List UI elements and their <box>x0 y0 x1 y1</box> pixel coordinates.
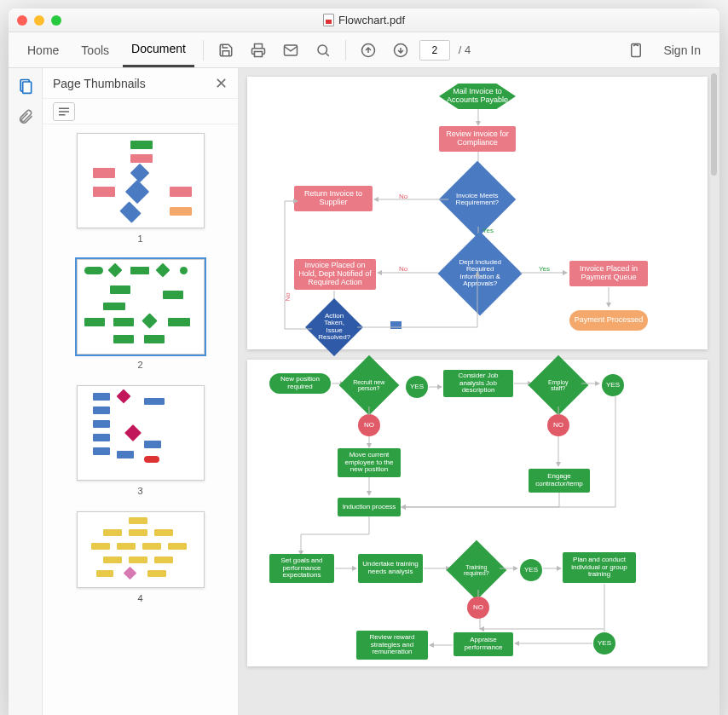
svg-marker-32 <box>437 384 442 389</box>
badge-yes: YES <box>520 559 542 581</box>
zoom-window-button[interactable] <box>51 15 61 26</box>
divider <box>345 40 346 61</box>
thumbnails-icon[interactable] <box>16 77 35 95</box>
thumbnail-4[interactable]: 4 <box>43 511 238 603</box>
thumbnails-header: Page Thumbnails ✕ <box>43 68 238 99</box>
svg-marker-53 <box>513 566 518 571</box>
thumb-number: 2 <box>137 360 142 370</box>
thumbnails-options-icon[interactable] <box>53 102 75 121</box>
node-review-reward: Review reward strategies and remuneratio… <box>356 631 428 660</box>
svg-marker-28 <box>293 199 298 204</box>
svg-marker-46 <box>401 505 406 510</box>
app-window: Flowchart.pdf Home Tools Document / 4 Si… <box>9 9 719 715</box>
print-icon[interactable] <box>245 37 272 64</box>
svg-rect-0 <box>254 51 262 56</box>
close-panel-icon[interactable]: ✕ <box>215 74 228 93</box>
svg-marker-55 <box>557 566 562 571</box>
thumb-number: 3 <box>137 486 142 496</box>
page-number-input[interactable] <box>419 40 450 61</box>
thumb-number: 4 <box>137 593 142 603</box>
nav-document[interactable]: Document <box>123 32 194 67</box>
page-down-icon[interactable] <box>387 37 414 64</box>
window-controls <box>17 15 61 26</box>
node-new-position: New position required <box>269 373 331 394</box>
badge-yes: YES <box>602 374 624 396</box>
nav-home[interactable]: Home <box>19 32 67 67</box>
svg-marker-49 <box>352 566 357 571</box>
node-set-goals: Set goals and performance expectations <box>269 554 334 583</box>
search-icon[interactable] <box>309 37 337 64</box>
svg-marker-44 <box>367 491 372 496</box>
nav-tools[interactable]: Tools <box>72 32 118 67</box>
svg-rect-7 <box>22 82 31 93</box>
node-training-needs: Undertake training needs analysis <box>358 554 423 583</box>
titlebar: Flowchart.pdf <box>9 9 719 32</box>
pdf-page-1: Mail Invoice to Accounts Payable Review … <box>247 77 708 349</box>
node-plan-training: Plan and conduct individual or group tra… <box>563 552 636 583</box>
thumbnail-1[interactable]: 1 <box>43 133 238 244</box>
page-up-icon[interactable] <box>355 37 382 64</box>
node-mail-invoice: Mail Invoice to Accounts Payable <box>439 84 516 109</box>
thumbnail-3[interactable]: 3 <box>43 385 238 496</box>
node-review-invoice: Review Invoice for Compliance <box>439 126 516 152</box>
svg-marker-16 <box>373 197 378 202</box>
document-filename: Flowchart.pdf <box>338 14 405 26</box>
node-action-taken: Action Taken, Issue Resolved? <box>305 298 363 356</box>
divider <box>203 40 204 61</box>
badge-no: NO <box>358 414 380 436</box>
pdf-page-2: New position required Recruit new person… <box>247 360 708 666</box>
vertical-scrollbar[interactable] <box>711 73 717 176</box>
node-move-employee: Move current employee to the new positio… <box>338 448 401 477</box>
svg-marker-24 <box>606 303 611 308</box>
thumb-number: 1 <box>137 234 142 244</box>
left-rail <box>9 68 43 715</box>
node-payment-processed: Payment Processed <box>569 310 648 331</box>
thumbnails-list: 1 <box>43 124 238 715</box>
save-icon[interactable] <box>212 37 240 64</box>
document-viewport[interactable]: Mail Invoice to Accounts Payable Review … <box>239 68 719 715</box>
sign-in-link[interactable]: Sign In <box>655 32 709 67</box>
email-icon[interactable] <box>277 37 304 64</box>
close-window-button[interactable] <box>17 15 27 26</box>
svg-marker-36 <box>595 381 600 386</box>
svg-marker-61 <box>514 641 519 646</box>
thumbnails-toolbar <box>43 99 238 124</box>
mobile-icon[interactable] <box>622 37 650 64</box>
label-yes: Yes <box>482 227 494 234</box>
window-title: Flowchart.pdf <box>9 14 719 26</box>
thumbnails-title: Page Thumbnails <box>53 77 146 90</box>
pdf-icon <box>323 14 334 26</box>
page-total: / 4 <box>459 43 471 56</box>
svg-marker-27 <box>475 271 480 276</box>
content-area: Page Thumbnails ✕ <box>9 68 719 715</box>
thumbnail-2[interactable]: 2 <box>43 259 238 370</box>
node-payment-queue: Invoice Placed in Payment Queue <box>569 261 648 286</box>
badge-yes: YES <box>593 632 615 654</box>
badge-no: NO <box>467 597 489 619</box>
svg-marker-58 <box>429 643 434 648</box>
node-induction: Induction process <box>338 498 401 516</box>
svg-marker-22 <box>563 270 568 275</box>
attachments-icon[interactable] <box>16 107 35 126</box>
node-consider: Consider Job analysis Job description <box>443 370 513 397</box>
svg-point-2 <box>318 45 327 55</box>
minimize-window-button[interactable] <box>34 15 44 26</box>
toolbar: Home Tools Document / 4 Sign In <box>9 32 719 68</box>
thumbnails-panel: Page Thumbnails ✕ <box>43 68 239 715</box>
